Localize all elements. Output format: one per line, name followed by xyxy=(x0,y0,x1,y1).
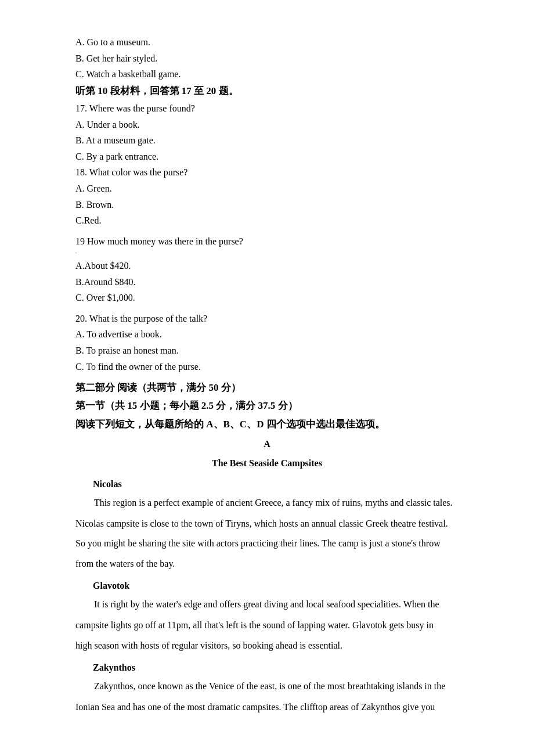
q20-c: C. To find the owner of the purse. xyxy=(75,359,459,375)
q17-c: C. By a park entrance. xyxy=(75,149,459,164)
nicolas-para3: So you might be sharing the site with ac… xyxy=(75,535,459,552)
glavotok-para1: It is right by the water's edge and offe… xyxy=(75,596,459,613)
dot-mark: · xyxy=(75,250,459,257)
glavotok-heading: Glavotok xyxy=(93,578,459,593)
section1-sub-heading: 第一节（共 15 小题；每小题 2.5 分，满分 37.5 分） xyxy=(75,398,459,413)
letter-a-center: A xyxy=(75,437,459,452)
q20-a: A. To advertise a book. xyxy=(75,327,459,342)
zakynthos-para2: Ionian Sea and has one of the most drama… xyxy=(75,699,459,716)
option-b-hair: B. Get her hair styled. xyxy=(75,51,459,66)
q17-a: A. Under a book. xyxy=(75,117,459,132)
q20-text: 20. What is the purpose of the talk? xyxy=(75,311,459,326)
nicolas-para2: Nicolas campsite is close to the town of… xyxy=(75,515,459,532)
q18-text: 18. What color was the purse? xyxy=(75,165,459,180)
nicolas-para1: This region is a perfect example of anci… xyxy=(75,494,459,512)
glavotok-para2: campsite lights go off at 11pm, all that… xyxy=(75,617,459,634)
section2-heading: 第二部分 阅读（共两节，满分 50 分） xyxy=(75,380,459,395)
q19-c: C. Over $1,000. xyxy=(75,290,459,305)
nicolas-heading: Nicolas xyxy=(93,477,459,492)
section10-heading: 听第 10 段材料，回答第 17 至 20 题。 xyxy=(75,83,459,99)
zakynthos-heading: Zakynthos xyxy=(93,660,459,675)
main-content: A. Go to a museum. B. Get her hair style… xyxy=(75,35,459,716)
q20-b: B. To praise an honest man. xyxy=(75,343,459,358)
q18-b: B. Brown. xyxy=(75,197,459,213)
option-a-museum: A. Go to a museum. xyxy=(75,35,459,50)
q18-c: C.Red. xyxy=(75,213,459,228)
instruction-text: 阅读下列短文，从每题所给的 A、B、C、D 四个选项中选出最佳选项。 xyxy=(75,416,459,432)
nicolas-para4: from the waters of the bay. xyxy=(75,555,459,573)
glavotok-para3: high season with hosts of regular visito… xyxy=(75,637,459,654)
q19-b: B.Around $840. xyxy=(75,275,459,290)
q18-a: A. Green. xyxy=(75,181,459,196)
q19-text: 19 How much money was there in the purse… xyxy=(75,234,459,249)
q17-b: B. At a museum gate. xyxy=(75,133,459,148)
article-title: The Best Seaside Campsites xyxy=(75,456,459,471)
q19-a: A.About $420. xyxy=(75,258,459,273)
option-c-basketball: C. Watch a basketball game. xyxy=(75,67,459,82)
q17-text: 17. Where was the purse found? xyxy=(75,101,459,116)
zakynthos-para1: Zakynthos, once known as the Venice of t… xyxy=(75,678,459,695)
